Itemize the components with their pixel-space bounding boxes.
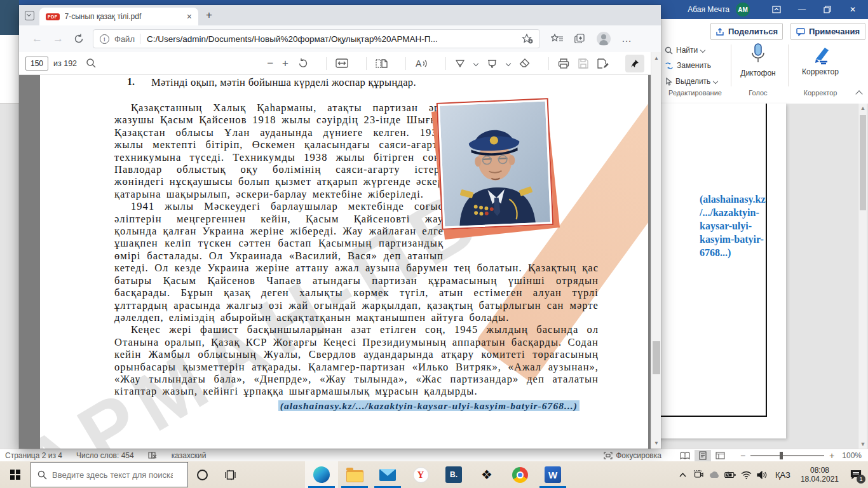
taskbar-app-chrome[interactable] bbox=[503, 461, 536, 488]
favorites-bar-icon[interactable] bbox=[551, 34, 564, 44]
comment-icon bbox=[796, 27, 805, 36]
proofing-icon[interactable] bbox=[148, 451, 158, 459]
zoom-slider-thumb[interactable] bbox=[780, 452, 783, 459]
editor-pen-icon bbox=[810, 42, 831, 67]
fit-to-width-icon[interactable] bbox=[336, 58, 348, 68]
status-page-count[interactable]: Страница 2 из 4 bbox=[5, 451, 62, 460]
close-button[interactable]: ✕ bbox=[840, 0, 865, 19]
start-button[interactable] bbox=[0, 461, 31, 488]
share-button[interactable]: Поделиться bbox=[710, 23, 783, 40]
task-view-button[interactable] bbox=[216, 461, 244, 488]
action-center-button[interactable]: 1 bbox=[844, 461, 868, 488]
tray-expand-icon[interactable] bbox=[675, 461, 691, 488]
page-view-icon[interactable] bbox=[376, 58, 388, 69]
restore-button[interactable] bbox=[815, 0, 840, 19]
taskbar-app-dropbox[interactable]: ❖ bbox=[470, 461, 503, 488]
clock[interactable]: 08:08 18.04.2021 bbox=[796, 466, 844, 484]
pdf-file-icon: PDF bbox=[46, 13, 60, 20]
address-bar[interactable]: i Файл C:/Users/admin/Documents/Новый%20… bbox=[93, 29, 540, 48]
find-button[interactable]: Найти bbox=[665, 46, 705, 55]
web-layout-icon[interactable] bbox=[712, 450, 729, 461]
comments-button[interactable]: Примечания bbox=[790, 23, 865, 40]
collapse-ribbon-icon[interactable] bbox=[855, 90, 862, 97]
minimize-button[interactable]: — bbox=[789, 0, 815, 19]
collections-icon[interactable] bbox=[574, 34, 586, 44]
url-divider bbox=[140, 34, 140, 44]
word-account-avatar[interactable]: AM bbox=[736, 3, 750, 17]
scroll-down-icon[interactable]: ▼ bbox=[651, 438, 661, 447]
ribbon-display-options-icon[interactable] bbox=[764, 0, 789, 19]
zoom-in-button[interactable]: + bbox=[829, 451, 834, 461]
scrollbar-thumb[interactable] bbox=[653, 341, 660, 374]
word-scrollbar[interactable]: ▲ ▼ bbox=[858, 104, 867, 449]
taskbar-app-mail[interactable] bbox=[371, 461, 404, 488]
back-button[interactable]: ← bbox=[32, 32, 43, 45]
highlight-options-icon[interactable] bbox=[506, 60, 511, 65]
focus-icon[interactable] bbox=[604, 452, 613, 459]
add-favorite-icon[interactable] bbox=[522, 34, 533, 44]
tab-actions-menu-icon[interactable] bbox=[25, 11, 34, 20]
refresh-button[interactable] bbox=[74, 34, 84, 44]
eraser-icon[interactable] bbox=[519, 58, 531, 68]
edge-tabstrip: PDF 7-сынып қазақ тілі.pdf × + bbox=[19, 5, 661, 25]
print-icon[interactable] bbox=[558, 58, 569, 69]
taskbar-search[interactable] bbox=[31, 462, 188, 487]
scroll-up-icon[interactable]: ▲ bbox=[858, 104, 867, 112]
tab-close-icon[interactable]: × bbox=[187, 11, 192, 22]
document-hyperlink[interactable]: (alashainasy.kz /.../kazaktyin- kaysar-u… bbox=[700, 193, 766, 259]
search-icon[interactable] bbox=[86, 58, 97, 69]
zoom-out-button[interactable]: − bbox=[740, 451, 745, 461]
highlight-icon[interactable] bbox=[487, 58, 498, 69]
taskbar-app-edge[interactable] bbox=[305, 461, 338, 488]
scrollbar-thumb[interactable] bbox=[860, 115, 866, 210]
read-mode-icon[interactable] bbox=[677, 450, 693, 461]
zoom-out-icon[interactable]: − bbox=[267, 57, 273, 70]
cortana-button[interactable] bbox=[188, 461, 216, 488]
status-language[interactable]: казахский bbox=[172, 451, 207, 460]
zoom-level[interactable]: 100% bbox=[842, 451, 862, 460]
zoom-slider[interactable] bbox=[750, 455, 824, 456]
taskbar-app-bitrix[interactable]: B. bbox=[437, 461, 470, 488]
meet-now-icon[interactable] bbox=[691, 461, 707, 488]
taskbar-app-explorer[interactable] bbox=[338, 461, 371, 488]
url-text[interactable]: C:/Users/admin/Documents/Новый%20формат/… bbox=[147, 34, 522, 44]
dropbox-icon: ❖ bbox=[481, 468, 492, 481]
scroll-down-icon[interactable]: ▼ bbox=[858, 440, 867, 449]
browser-tab[interactable]: PDF 7-сынып қазақ тілі.pdf × bbox=[39, 8, 198, 25]
scroll-up-icon[interactable]: ▲ bbox=[651, 53, 661, 62]
language-indicator[interactable]: ҚАЗ bbox=[770, 470, 796, 480]
print-layout-icon[interactable] bbox=[695, 450, 711, 461]
status-word-count[interactable]: Число слов: 454 bbox=[76, 451, 134, 460]
volume-icon[interactable] bbox=[754, 461, 770, 488]
word-account-name[interactable]: Абая Мечта bbox=[688, 5, 729, 14]
read-aloud-icon[interactable]: A bbox=[415, 58, 428, 69]
editor-button[interactable]: Корректор bbox=[796, 42, 845, 76]
dictate-button[interactable]: Диктофон bbox=[733, 42, 783, 78]
page-number-input[interactable] bbox=[25, 57, 48, 71]
comments-label: Примечания bbox=[809, 27, 860, 36]
wifi-icon[interactable] bbox=[738, 461, 754, 488]
pin-toolbar-button[interactable] bbox=[625, 55, 644, 72]
new-tab-button[interactable]: + bbox=[206, 9, 212, 22]
draw-icon[interactable] bbox=[455, 58, 465, 69]
search-input[interactable] bbox=[52, 470, 173, 480]
citation-link[interactable]: (alashainasy.kz/.../kazaktyin-kaysar-uly… bbox=[278, 400, 580, 411]
save-as-icon[interactable] bbox=[597, 58, 609, 69]
battery-icon[interactable] bbox=[722, 461, 738, 488]
draw-options-icon[interactable] bbox=[473, 60, 478, 65]
pdf-page[interactable]: АРМАН-ПВ 1. Мәтінді оқып, мәтін бойынша … bbox=[40, 75, 648, 449]
profile-avatar[interactable] bbox=[597, 32, 611, 46]
forward-button[interactable]: → bbox=[53, 32, 64, 45]
pdf-scrollbar[interactable]: ▲ ▼ bbox=[651, 52, 661, 449]
rotate-icon[interactable] bbox=[297, 58, 308, 69]
taskbar-app-yandex[interactable]: Y bbox=[404, 461, 437, 488]
focus-label[interactable]: Фокусировка bbox=[616, 451, 661, 460]
more-menu-icon[interactable]: … bbox=[621, 33, 632, 44]
select-button[interactable]: Выделить bbox=[665, 77, 717, 86]
replace-button[interactable]: Заменить bbox=[665, 61, 711, 70]
info-icon[interactable]: i bbox=[100, 34, 109, 44]
taskbar-app-word[interactable]: W bbox=[536, 461, 569, 488]
zoom-in-icon[interactable]: + bbox=[282, 57, 288, 70]
screen: Абая Мечта AM — ✕ Поделиться Примечания bbox=[0, 0, 868, 488]
onedrive-icon[interactable] bbox=[707, 461, 722, 488]
